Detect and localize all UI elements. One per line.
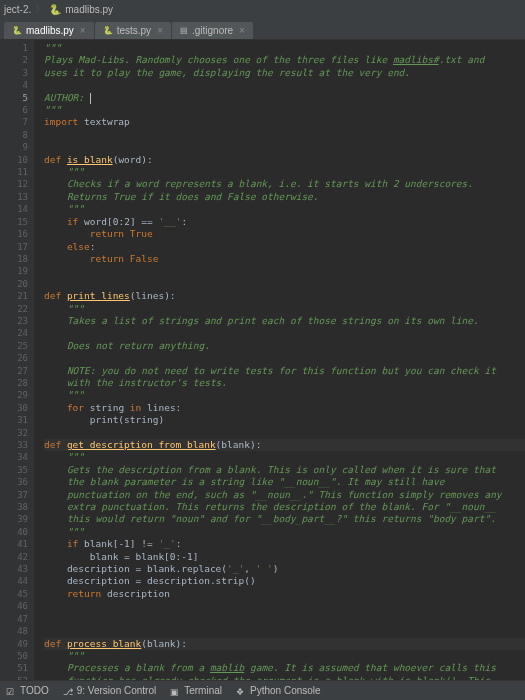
line-number[interactable]: 12: [0, 178, 28, 190]
python-console-tool[interactable]: Python Console: [236, 685, 321, 696]
line-number[interactable]: 35: [0, 464, 28, 476]
tab-tests-py[interactable]: 🐍tests.py×: [95, 22, 171, 39]
code-line[interactable]: Processes a blank from a mablib game. It…: [44, 662, 525, 674]
code-line[interactable]: Plays Mad-Libs. Randomly chooses one of …: [44, 54, 525, 66]
code-line[interactable]: Does not return anything.: [44, 340, 525, 352]
line-number[interactable]: 51: [0, 662, 28, 674]
line-number[interactable]: 37: [0, 489, 28, 501]
line-number[interactable]: 28: [0, 377, 28, 389]
code-line[interactable]: [44, 129, 525, 141]
line-number[interactable]: 5: [0, 92, 28, 104]
code-line[interactable]: else:: [44, 241, 525, 253]
line-number[interactable]: 21: [0, 290, 28, 302]
line-number[interactable]: 38: [0, 501, 28, 513]
version-control-tool[interactable]: 9: Version Control: [63, 685, 157, 696]
line-number[interactable]: 49: [0, 638, 28, 650]
code-line[interactable]: AUTHOR:: [44, 92, 525, 104]
line-number[interactable]: 46: [0, 600, 28, 612]
code-line[interactable]: """: [44, 451, 525, 463]
line-number[interactable]: 33: [0, 439, 28, 451]
code-line[interactable]: [44, 79, 525, 91]
line-number[interactable]: 25: [0, 340, 28, 352]
code-line[interactable]: def print_lines(lines):: [44, 290, 525, 302]
code-line[interactable]: [44, 141, 525, 153]
code-line[interactable]: [44, 427, 525, 439]
code-line[interactable]: description = description.strip(): [44, 575, 525, 587]
line-number[interactable]: 34: [0, 451, 28, 463]
line-number[interactable]: 36: [0, 476, 28, 488]
line-number[interactable]: 20: [0, 278, 28, 290]
line-number[interactable]: 43: [0, 563, 28, 575]
line-number[interactable]: 18: [0, 253, 28, 265]
tab-madlibs-py[interactable]: 🐍madlibs.py×: [4, 22, 94, 39]
code-line[interactable]: """: [44, 526, 525, 538]
code-line[interactable]: """: [44, 42, 525, 54]
line-number[interactable]: 48: [0, 625, 28, 637]
code-line[interactable]: uses it to play the game, displaying the…: [44, 67, 525, 79]
line-number[interactable]: 9: [0, 141, 28, 153]
line-number[interactable]: 15: [0, 216, 28, 228]
code-line[interactable]: def is_blank(word):: [44, 154, 525, 166]
line-number[interactable]: 47: [0, 613, 28, 625]
code-line[interactable]: [44, 265, 525, 277]
code-line[interactable]: [44, 625, 525, 637]
code-line[interactable]: def process_blank(blank):: [44, 638, 525, 650]
line-number[interactable]: 22: [0, 303, 28, 315]
code-line[interactable]: extra punctuation. This returns the desc…: [44, 501, 525, 513]
close-icon[interactable]: ×: [80, 25, 86, 36]
code-line[interactable]: punctuation on the end, such as "__noun_…: [44, 489, 525, 501]
breadcrumb-project[interactable]: ject-2.: [4, 4, 31, 15]
line-number[interactable]: 44: [0, 575, 28, 587]
line-number[interactable]: 3: [0, 67, 28, 79]
code-line[interactable]: """: [44, 104, 525, 116]
code-line[interactable]: [44, 613, 525, 625]
line-number[interactable]: 1: [0, 42, 28, 54]
line-number[interactable]: 32: [0, 427, 28, 439]
line-number[interactable]: 50: [0, 650, 28, 662]
line-number[interactable]: 4: [0, 79, 28, 91]
line-number[interactable]: 31: [0, 414, 28, 426]
line-number[interactable]: 23: [0, 315, 28, 327]
line-number[interactable]: 39: [0, 513, 28, 525]
close-icon[interactable]: ×: [239, 25, 245, 36]
code-line[interactable]: NOTE: you do not need to write tests for…: [44, 365, 525, 377]
tab--gitignore[interactable]: ▤.gitignore×: [172, 22, 253, 39]
line-number[interactable]: 29: [0, 389, 28, 401]
code-line[interactable]: [44, 278, 525, 290]
code-line[interactable]: blank = blank[0:-1]: [44, 551, 525, 563]
code-line[interactable]: Takes a list of strings and print each o…: [44, 315, 525, 327]
code-line[interactable]: return description: [44, 588, 525, 600]
terminal-tool[interactable]: Terminal: [170, 685, 222, 696]
line-number[interactable]: 19: [0, 265, 28, 277]
line-number[interactable]: 40: [0, 526, 28, 538]
code-line[interactable]: [44, 600, 525, 612]
code-line[interactable]: Returns True if it does and False otherw…: [44, 191, 525, 203]
code-line[interactable]: if blank[-1] != '_':: [44, 538, 525, 550]
code-line[interactable]: for string in lines:: [44, 402, 525, 414]
close-icon[interactable]: ×: [157, 25, 163, 36]
line-number[interactable]: 45: [0, 588, 28, 600]
line-number[interactable]: 14: [0, 203, 28, 215]
code-line[interactable]: """: [44, 650, 525, 662]
code-line[interactable]: return True: [44, 228, 525, 240]
line-number[interactable]: 6: [0, 104, 28, 116]
code-line[interactable]: print(string): [44, 414, 525, 426]
code-line[interactable]: return False: [44, 253, 525, 265]
code-line[interactable]: def get_description_from_blank(blank):: [44, 439, 525, 451]
line-number[interactable]: 26: [0, 352, 28, 364]
line-number[interactable]: 7: [0, 116, 28, 128]
line-number[interactable]: 41: [0, 538, 28, 550]
line-number[interactable]: 11: [0, 166, 28, 178]
line-number-gutter[interactable]: 1234567891011121314151617181920212223242…: [0, 40, 34, 680]
line-number[interactable]: 10: [0, 154, 28, 166]
code-line[interactable]: import textwrap: [44, 116, 525, 128]
line-number[interactable]: 2: [0, 54, 28, 66]
code-line[interactable]: Gets the description from a blank. This …: [44, 464, 525, 476]
line-number[interactable]: 16: [0, 228, 28, 240]
line-number[interactable]: 17: [0, 241, 28, 253]
code-line[interactable]: """: [44, 303, 525, 315]
code-line[interactable]: the blank parameter is a string like "__…: [44, 476, 525, 488]
line-number[interactable]: 30: [0, 402, 28, 414]
line-number[interactable]: 13: [0, 191, 28, 203]
code-line[interactable]: if word[0:2] == '__':: [44, 216, 525, 228]
